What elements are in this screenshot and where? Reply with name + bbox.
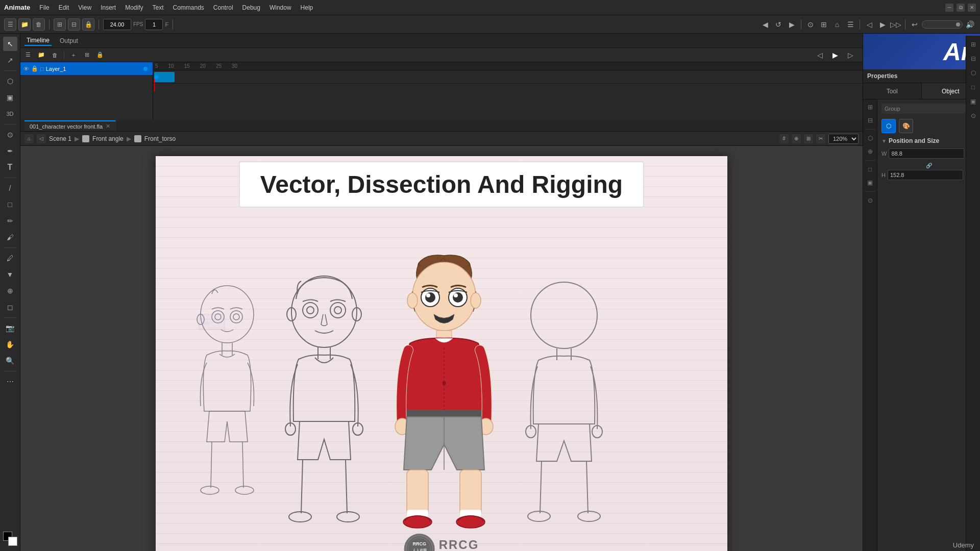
w-input[interactable] bbox=[889, 148, 964, 159]
tl-motion[interactable]: + bbox=[68, 49, 79, 61]
layer-lock-icon[interactable]: 🔒 bbox=[31, 65, 38, 72]
zoom-select[interactable]: 120% 100% 75% 50% 150% 200% bbox=[828, 134, 859, 144]
tl-folder[interactable]: 📁 bbox=[36, 49, 47, 61]
props-transform-btn[interactable]: ⬡ bbox=[881, 119, 896, 133]
menu-modify[interactable]: Modify bbox=[121, 3, 147, 13]
rstrip-icon-5[interactable]: ▣ bbox=[968, 96, 979, 107]
snapping-icon[interactable]: ⊕ bbox=[792, 134, 801, 143]
props-icon-3[interactable]: ⬡ bbox=[865, 133, 876, 144]
lock-aspect-icon[interactable]: 🔗 bbox=[925, 162, 933, 169]
eraser-tool[interactable]: ◻ bbox=[3, 300, 17, 314]
stage-canvas[interactable]: Vector, Dissection And Rigging bbox=[156, 156, 727, 551]
text-tool[interactable]: T bbox=[3, 160, 17, 174]
lasso-tool[interactable]: ⊙ bbox=[3, 128, 17, 142]
menu-file[interactable]: File bbox=[35, 3, 53, 13]
props-icon-5[interactable]: □ bbox=[865, 164, 876, 175]
eyedropper-tool[interactable]: ⊕ bbox=[3, 284, 17, 298]
fit-btn[interactable]: ⊞ bbox=[818, 18, 830, 31]
tl-next-frame[interactable]: ▷ bbox=[844, 49, 856, 61]
fill-color[interactable] bbox=[8, 537, 17, 546]
menu-control[interactable]: Control bbox=[209, 3, 237, 13]
loop-play-btn[interactable]: ▷▷ bbox=[890, 18, 902, 31]
volume-btn[interactable]: 🔊 bbox=[964, 18, 976, 31]
h-input[interactable] bbox=[888, 170, 963, 180]
props-color-btn[interactable]: 🎨 bbox=[899, 119, 913, 133]
layer-row-1[interactable]: 👁 🔒 □ Layer_1 bbox=[20, 62, 153, 76]
3d-tool[interactable]: 3D bbox=[3, 107, 17, 121]
more-tools[interactable]: ⋯ bbox=[3, 374, 17, 389]
layer-outline-icon[interactable]: □ bbox=[40, 66, 44, 72]
pen-tool[interactable]: ✒ bbox=[3, 144, 17, 158]
camera-tool[interactable]: 📷 bbox=[3, 321, 17, 335]
breadcrumb-level1[interactable]: Front angle bbox=[92, 135, 124, 142]
props-icon-4[interactable]: ⊕ bbox=[865, 146, 876, 157]
home-icon[interactable]: ⌂ bbox=[24, 134, 34, 143]
stage-area[interactable]: Vector, Dissection And Rigging bbox=[20, 146, 863, 551]
clip-icon[interactable]: ✂ bbox=[816, 134, 825, 143]
gradient-transform-tool[interactable]: ▣ bbox=[3, 90, 17, 105]
playhead[interactable] bbox=[154, 79, 155, 91]
props-icon-6[interactable]: ▣ bbox=[865, 177, 876, 188]
props-icon-2[interactable]: ⊟ bbox=[865, 115, 876, 126]
menu-help[interactable]: Help bbox=[297, 3, 317, 13]
lock-btn[interactable]: 🔒 bbox=[82, 18, 94, 31]
props-icon-1[interactable]: ⊞ bbox=[865, 102, 876, 113]
menu-insert[interactable]: Insert bbox=[96, 3, 120, 13]
align-btn[interactable]: ☰ bbox=[844, 18, 856, 31]
prev-scene-btn[interactable]: ◀ bbox=[759, 18, 771, 31]
menu-window[interactable]: Window bbox=[265, 3, 296, 13]
frame-input[interactable] bbox=[145, 19, 163, 30]
menu-debug[interactable]: Debug bbox=[238, 3, 264, 13]
rstrip-icon-4[interactable]: □ bbox=[968, 82, 979, 93]
menu-view[interactable]: View bbox=[74, 3, 95, 13]
subselection-tool[interactable]: ↗ bbox=[3, 53, 17, 67]
tl-bone[interactable]: ⊞ bbox=[81, 49, 92, 61]
add-motion-btn[interactable]: ⊞ bbox=[54, 18, 66, 31]
file-tab-close[interactable]: ✕ bbox=[106, 123, 110, 130]
breadcrumb-scene[interactable]: Scene 1 bbox=[49, 135, 71, 142]
file-tab[interactable]: 001_character vector front.fla ✕ bbox=[24, 120, 116, 131]
arrow-tool[interactable]: ↖ bbox=[3, 37, 17, 51]
grid-icon[interactable]: # bbox=[779, 134, 789, 143]
ink-bottle-tool[interactable]: 🖊 bbox=[3, 251, 17, 265]
win-minimize[interactable]: ─ bbox=[945, 4, 953, 12]
tl-prev-frame[interactable]: ◁ bbox=[814, 49, 826, 61]
breadcrumb-level2[interactable]: Front_torso bbox=[144, 135, 176, 142]
tab-tool[interactable]: Tool bbox=[863, 83, 922, 99]
free-transform-tool[interactable]: ⬡ bbox=[3, 74, 17, 88]
back-icon[interactable]: ◁ bbox=[37, 134, 46, 143]
brush-tool[interactable]: 🖌 bbox=[3, 230, 17, 244]
onion-prev-btn[interactable]: ◁ bbox=[863, 18, 875, 31]
fit-view-icon[interactable]: ⊞ bbox=[804, 134, 813, 143]
tl-new-layer[interactable]: ☰ bbox=[22, 49, 34, 61]
bone-btn[interactable]: ⊟ bbox=[68, 18, 80, 31]
frames-panel[interactable]: 5 10 15 20 25 30 bbox=[153, 62, 863, 120]
zoom-tool[interactable]: 🔍 bbox=[3, 354, 17, 368]
props-icon-7[interactable]: ⊙ bbox=[865, 195, 876, 206]
reset-btn[interactable]: ↩ bbox=[909, 18, 921, 31]
center-stage-btn[interactable]: ⊙ bbox=[804, 18, 817, 31]
delete-btn[interactable]: 🗑 bbox=[33, 18, 45, 31]
pencil-tool[interactable]: ✏ bbox=[3, 214, 17, 228]
tab-output[interactable]: Output bbox=[58, 36, 80, 45]
loop-btn[interactable]: ↺ bbox=[772, 18, 785, 31]
win-restore[interactable]: ⧉ bbox=[957, 4, 965, 12]
rstrip-icon-6[interactable]: ⊙ bbox=[968, 110, 979, 121]
tl-lock[interactable]: 🔒 bbox=[94, 49, 106, 61]
rstrip-icon-2[interactable]: ⊟ bbox=[968, 53, 979, 64]
menu-commands[interactable]: Commands bbox=[169, 3, 208, 13]
next-frame-btn[interactable]: ▶ bbox=[786, 18, 798, 31]
snap-btn[interactable]: ⌂ bbox=[831, 18, 843, 31]
rect-tool[interactable]: □ bbox=[3, 197, 17, 212]
new-layer-btn[interactable]: ☰ bbox=[4, 18, 16, 31]
win-close[interactable]: ✕ bbox=[968, 4, 976, 12]
tl-delete[interactable]: 🗑 bbox=[49, 49, 60, 61]
menu-edit[interactable]: Edit bbox=[55, 3, 74, 13]
layer-visibility-icon[interactable]: 👁 bbox=[23, 66, 29, 72]
line-tool[interactable]: / bbox=[3, 181, 17, 195]
rstrip-icon-3[interactable]: ⬡ bbox=[968, 67, 979, 79]
rstrip-icon-1[interactable]: ⊞ bbox=[968, 39, 979, 50]
frame-track-1[interactable] bbox=[153, 70, 863, 84]
fps-input[interactable] bbox=[103, 19, 131, 30]
hand-tool[interactable]: ✋ bbox=[3, 337, 17, 352]
